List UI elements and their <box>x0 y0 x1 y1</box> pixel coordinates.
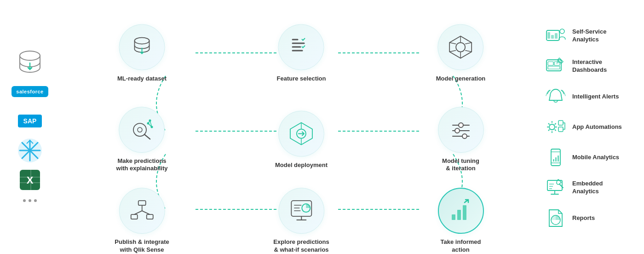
node-circle-deployment <box>278 110 324 156</box>
svg-point-32 <box>134 37 149 44</box>
svg-rect-91 <box>558 127 563 132</box>
feature-interactive-dashboards: InteractiveDashboards <box>543 52 639 80</box>
feature-app-automations: App Automations <box>543 113 639 141</box>
node-circle-predictions <box>119 107 165 153</box>
node-model-tuning: Model tuning& iteration <box>438 107 484 173</box>
flow-diagram: ML-ready dataset Feature selection <box>60 0 543 254</box>
svg-rect-97 <box>558 156 559 162</box>
intelligent-alerts-label: Intelligent Alerts <box>572 93 619 101</box>
svg-line-47 <box>145 134 150 139</box>
svg-point-63 <box>462 134 467 139</box>
sap-badge: SAP <box>18 115 42 127</box>
app-automations-icon <box>545 116 567 138</box>
svg-text:X: X <box>27 174 34 186</box>
label-feature-selection: Feature selection <box>277 75 326 82</box>
self-service-icon <box>545 25 567 47</box>
svg-point-38 <box>456 42 466 52</box>
node-model-deployment: Model deployment <box>275 110 328 169</box>
svg-rect-90 <box>558 121 563 125</box>
svg-line-42 <box>450 50 456 52</box>
label-model-generation: Model generation <box>436 75 486 82</box>
reports-label: Reports <box>572 214 595 222</box>
node-explore: Explore predictions& what-if scenarios <box>273 188 329 254</box>
svg-line-41 <box>450 42 456 44</box>
svg-rect-34 <box>292 42 305 44</box>
embedded-analytics-label: EmbeddedAnalytics <box>572 180 603 196</box>
svg-point-84 <box>560 29 564 34</box>
feature-self-service: Self-ServiceAnalytics <box>543 22 639 50</box>
svg-rect-33 <box>292 39 299 40</box>
node-circle-ml-dataset <box>119 24 165 70</box>
reports-icon <box>545 207 567 229</box>
main-container: salesforce SAP X <box>0 0 644 254</box>
node-circle-model-gen <box>438 24 484 70</box>
node-model-generation: Model generation <box>436 24 486 82</box>
node-make-predictions: Make predictionswith explainability <box>116 107 168 173</box>
label-ml-dataset: ML-ready dataset <box>117 75 167 82</box>
self-service-label: Self-ServiceAnalytics <box>572 28 606 44</box>
node-circle-publish <box>119 188 165 234</box>
svg-rect-95 <box>553 159 554 162</box>
app-automations-label: App Automations <box>572 123 622 131</box>
feature-reports: Reports <box>543 204 639 232</box>
svg-rect-82 <box>551 35 554 39</box>
svg-rect-88 <box>548 66 560 69</box>
right-sidebar: Self-ServiceAnalytics InteractiveDashboa… <box>543 17 644 237</box>
svg-point-89 <box>549 124 555 130</box>
svg-rect-66 <box>147 214 153 219</box>
svg-point-46 <box>138 127 143 132</box>
feature-intelligent-alerts: Intelligent Alerts <box>543 83 639 110</box>
embedded-analytics-icon <box>545 177 567 199</box>
svg-line-44 <box>466 50 472 52</box>
svg-rect-78 <box>457 210 461 220</box>
svg-line-68 <box>134 211 142 214</box>
svg-point-59 <box>459 123 463 127</box>
svg-line-69 <box>142 211 150 214</box>
salesforce-icon: salesforce <box>13 80 46 104</box>
svg-rect-77 <box>452 214 455 220</box>
label-take-action: Take informedaction <box>441 238 481 254</box>
label-make-predictions: Make predictionswith explainability <box>116 157 168 173</box>
interactive-dashboards-label: InteractiveDashboards <box>572 58 607 74</box>
svg-rect-98 <box>547 180 562 190</box>
feature-mobile-analytics: Mobile Analytics <box>543 144 639 171</box>
svg-rect-83 <box>555 33 558 39</box>
interactive-dashboards-icon <box>545 55 567 77</box>
left-sidebar: salesforce SAP X <box>0 46 60 208</box>
svg-rect-65 <box>131 214 138 219</box>
sap-icon: SAP <box>13 109 46 133</box>
svg-point-61 <box>455 128 460 133</box>
node-publish: Publish & integratewith Qlik Sense <box>115 188 169 254</box>
mobile-analytics-icon <box>545 146 567 168</box>
node-circle-feature <box>278 24 324 70</box>
more-integrations <box>23 197 37 204</box>
node-circle-tuning <box>438 107 484 153</box>
svg-rect-64 <box>138 201 146 205</box>
node-take-action: Take informedaction <box>438 188 484 254</box>
excel-icon: X <box>13 168 46 192</box>
node-circle-action <box>438 188 484 234</box>
svg-line-43 <box>466 42 472 44</box>
intelligent-alerts-icon <box>545 86 567 108</box>
salesforce-badge: salesforce <box>12 86 48 97</box>
svg-rect-79 <box>463 205 466 220</box>
svg-rect-36 <box>292 50 303 51</box>
node-feature-selection: Feature selection <box>277 24 326 82</box>
label-model-deployment: Model deployment <box>275 161 328 169</box>
svg-point-0 <box>20 51 40 60</box>
svg-rect-81 <box>547 32 550 39</box>
label-publish: Publish & integratewith Qlik Sense <box>115 238 169 254</box>
node-ml-dataset: ML-ready dataset <box>117 24 167 82</box>
feature-embedded-analytics: EmbeddedAnalytics <box>543 174 639 202</box>
svg-rect-70 <box>291 201 311 216</box>
mobile-analytics-label: Mobile Analytics <box>572 154 619 162</box>
svg-rect-86 <box>548 62 553 65</box>
svg-rect-96 <box>555 157 557 162</box>
label-model-tuning: Model tuning& iteration <box>442 157 479 173</box>
database-icon <box>13 50 46 74</box>
label-explore: Explore predictions& what-if scenarios <box>273 238 329 254</box>
snowflake-icon <box>13 139 46 162</box>
node-circle-explore <box>278 188 324 234</box>
svg-rect-35 <box>292 46 301 47</box>
